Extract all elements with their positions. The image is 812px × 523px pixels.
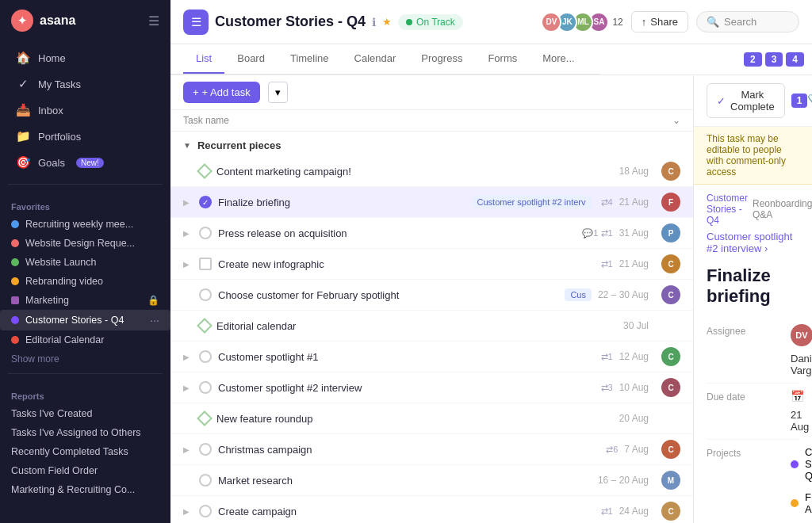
col-sort-icon[interactable]: ⌄ — [672, 115, 680, 126]
search-box[interactable]: 🔍 Search — [696, 11, 799, 32]
task-row[interactable]: Choose customer for February spotlight C… — [170, 280, 693, 311]
task-row[interactable]: Editorial calendar 30 Jul — [170, 311, 693, 342]
subtask-count: ⇄1 — [601, 259, 613, 269]
fav-item-customer-stories[interactable]: Customer Stories - Q4 ··· — [0, 310, 170, 330]
task-row[interactable]: Market research 16 – 20 Aug M — [170, 465, 693, 496]
tab-calendar[interactable]: Calendar — [342, 44, 409, 74]
project-row-1: Customer Stories - Q4 Recurrent pieces › — [791, 446, 812, 482]
section-collapse-arrow[interactable]: ▼ — [183, 141, 191, 150]
task-check-icon[interactable]: ✓ — [199, 196, 212, 208]
task-check-square-icon[interactable] — [199, 258, 212, 270]
show-more-button[interactable]: Show more — [0, 349, 170, 368]
tab-list[interactable]: List — [183, 44, 224, 74]
add-task-button[interactable]: + + Add task — [183, 82, 260, 103]
task-avatar: M — [661, 471, 680, 490]
task-row[interactable]: ▶ Press release on acquisition 💬1 ⇄1 31 … — [170, 218, 693, 249]
project-dot — [791, 499, 799, 507]
subtask-count: ⇄4 — [601, 197, 613, 208]
task-row[interactable]: ▶ ✓ Finalize briefing Customer spotlight… — [170, 187, 693, 218]
fav-item-editorial[interactable]: Editorial Calendar — [0, 330, 170, 349]
expand-arrow[interactable]: ▶ — [183, 260, 193, 269]
share-button[interactable]: ↑ Share — [631, 11, 688, 32]
tab-timeline[interactable]: Timeline — [278, 44, 342, 74]
task-avatar: C — [661, 502, 680, 521]
extra-tab-2[interactable]: 2 — [744, 52, 762, 67]
report-item-tasks-assigned[interactable]: Tasks I've Assigned to Others — [0, 423, 170, 442]
mark-complete-button[interactable]: ✓ Mark Complete — [707, 83, 785, 118]
task-date: 31 Aug — [619, 227, 655, 239]
sidebar-item-portfolios[interactable]: 📁 Portfolios — [5, 124, 166, 149]
expand-arrow[interactable]: ▶ — [183, 445, 193, 454]
field-label-due-date: Due date — [707, 390, 778, 403]
goals-icon: 🎯 — [16, 155, 30, 170]
task-avatar: C — [661, 378, 680, 397]
task-row[interactable]: ▶ Customer spotlight #2 interview ⇄3 10 … — [170, 372, 693, 403]
task-row[interactable]: ▶ Create new infographic ⇄1 21 Aug C — [170, 249, 693, 280]
goals-new-badge: New! — [76, 158, 104, 168]
expand-arrow[interactable]: ▶ — [183, 198, 193, 207]
favorites-label: Favorites — [0, 194, 170, 215]
fav-item-rebranding[interactable]: Rebranding video — [0, 272, 170, 291]
task-row[interactable]: ▶ Customer spotlight #1 ⇄1 12 Aug C — [170, 342, 693, 372]
task-check-icon[interactable] — [199, 443, 212, 456]
task-date: 22 – 30 Aug — [598, 289, 655, 300]
task-check-icon[interactable] — [199, 474, 212, 487]
task-row[interactable]: ▶ Christmas campaign ⇄6 7 Aug C — [170, 434, 693, 465]
parent-task-link-text[interactable]: Customer spotlight #2 interview › — [707, 231, 792, 254]
task-check-icon[interactable] — [199, 288, 212, 301]
fav-item-marketing[interactable]: Marketing 🔒 — [0, 291, 170, 310]
tab-more[interactable]: More... — [530, 44, 587, 74]
task-row[interactable]: New feature roundup 20 Aug — [170, 403, 693, 434]
expand-arrow[interactable]: ▶ — [183, 507, 193, 516]
task-row[interactable]: ▶ Create campaign ⇄1 24 Aug C — [170, 496, 693, 523]
fav-dot — [11, 316, 19, 324]
extra-tab-3[interactable]: 3 — [765, 52, 783, 67]
sidebar-item-inbox[interactable]: 📥 Inbox — [5, 97, 166, 123]
sidebar-item-label: My Tasks — [38, 78, 81, 90]
more-icon[interactable]: ··· — [150, 314, 159, 326]
field-row-due-date: Due date 📅 21 Aug — [707, 384, 799, 440]
task-name: Customer spotlight #2 interview — [218, 382, 590, 394]
sidebar-item-label: Inbox — [38, 105, 63, 116]
fav-item-recruiting[interactable]: Recruiting weekly mee... — [0, 215, 170, 234]
tab-progress[interactable]: Progress — [408, 44, 475, 74]
add-task-dropdown[interactable]: ▾ — [268, 82, 288, 103]
task-check-icon[interactable] — [199, 227, 212, 239]
breadcrumb-project[interactable]: Customer Stories - Q4 — [707, 193, 748, 226]
attachment-icon[interactable]: 📎 — [807, 94, 812, 109]
task-check-icon[interactable] — [199, 350, 212, 363]
expand-arrow[interactable]: ▶ — [183, 229, 193, 238]
reports-label: Reports — [0, 384, 170, 404]
tab-forms[interactable]: Forms — [475, 44, 530, 74]
task-diamond-icon — [197, 410, 213, 426]
sidebar-item-label: Home — [38, 52, 66, 64]
sidebar-menu-toggle[interactable]: ☰ — [148, 13, 159, 29]
expand-arrow[interactable]: ▶ — [183, 353, 193, 361]
sidebar-item-home[interactable]: 🏠 Home — [5, 45, 166, 71]
info-banner: This task may be editable to people with… — [694, 127, 812, 185]
task-diamond-icon — [197, 163, 213, 179]
star-icon[interactable]: ★ — [382, 16, 392, 28]
task-list-toolbar: + + Add task ▾ — [170, 75, 693, 110]
fav-item-website-launch[interactable]: Website Launch — [0, 253, 170, 272]
tab-board[interactable]: Board — [224, 44, 278, 74]
extra-tab-4[interactable]: 4 — [786, 52, 804, 67]
fav-dot — [11, 296, 19, 304]
task-date: 21 Aug — [619, 197, 655, 208]
task-check-icon[interactable] — [199, 505, 212, 517]
report-item-marketing-recruiting[interactable]: Marketing & Recruiting Co... — [0, 480, 170, 499]
tabs-and-extras: List Board Timeline Calendar Progress Fo… — [170, 44, 812, 75]
task-row[interactable]: Content marketing campaign! 18 Aug C — [170, 156, 693, 187]
subtask-count: ⇄6 — [606, 445, 618, 455]
sidebar-item-goals[interactable]: 🎯 Goals New! — [5, 150, 166, 175]
report-item-tasks-created[interactable]: Tasks I've Created — [0, 404, 170, 423]
info-icon[interactable]: ℹ — [372, 16, 376, 29]
report-item-recently-completed[interactable]: Recently Completed Tasks — [0, 442, 170, 461]
fav-dot — [11, 220, 19, 228]
report-item-custom-field[interactable]: Custom Field Order — [0, 461, 170, 480]
task-check-icon[interactable] — [199, 381, 212, 394]
expand-arrow[interactable]: ▶ — [183, 384, 193, 392]
fav-item-website-design[interactable]: Website Design Reque... — [0, 234, 170, 253]
field-value-due-date: 📅 21 Aug — [791, 390, 809, 433]
sidebar-item-my-tasks[interactable]: ✓ My Tasks — [5, 71, 166, 97]
